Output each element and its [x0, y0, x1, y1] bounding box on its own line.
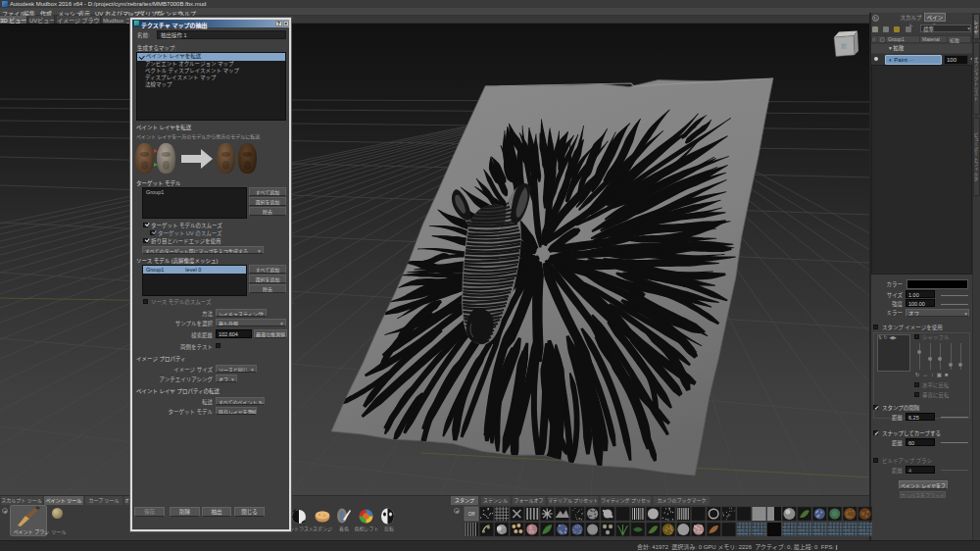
svg-text:前: 前	[841, 42, 847, 50]
svg-text:Off: Off	[468, 511, 475, 517]
